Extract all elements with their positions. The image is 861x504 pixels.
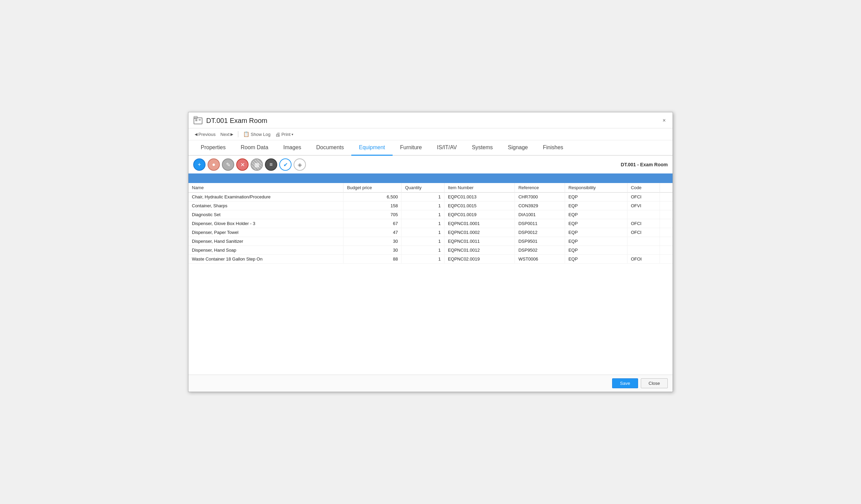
table-body: Chair, Hydraulic Examination/Procedure6,… xyxy=(189,193,672,263)
cell-name-6: Dispenser, Hand Soap xyxy=(189,246,343,255)
cell-budget_price-5: 30 xyxy=(343,237,401,246)
cell-budget_price-2: 705 xyxy=(343,210,401,219)
tab-furniture[interactable]: Furniture xyxy=(393,140,429,156)
save-button[interactable]: Save xyxy=(612,378,638,388)
action-icons-group: +●✎✕▦≡✔◈ xyxy=(193,159,306,171)
log-icon: 📋 xyxy=(243,131,249,137)
cell-reference-1: CON3929 xyxy=(515,202,565,210)
cell-extra-7 xyxy=(660,255,672,263)
app-icon xyxy=(193,116,203,125)
cell-responsibility-4: EQP xyxy=(565,228,627,237)
table-row[interactable]: Dispenser, Hand Soap301EQPNC01.0012DSP95… xyxy=(189,246,672,255)
tab-is-it-av[interactable]: IS/IT/AV xyxy=(429,140,464,156)
table-header: NameBudget priceQuantityItem NumberRefer… xyxy=(189,183,672,193)
previous-arrow-icon: ◀ xyxy=(195,132,197,137)
table-row[interactable]: Dispenser, Hand Sanitizer301EQPNC01.0011… xyxy=(189,237,672,246)
add-button[interactable]: + xyxy=(193,159,206,171)
edit-circle-icon: ● xyxy=(212,162,215,168)
tab-documents[interactable]: Documents xyxy=(309,140,351,156)
cell-reference-2: DIA1001 xyxy=(515,210,565,219)
cell-item_number-0: EQPC01.0013 xyxy=(444,193,515,202)
cell-quantity-3: 1 xyxy=(401,219,445,228)
close-button[interactable]: Close xyxy=(641,378,668,388)
cell-item_number-4: EQPNC01.0002 xyxy=(444,228,515,237)
cell-responsibility-5: EQP xyxy=(565,237,627,246)
cell-responsibility-2: EQP xyxy=(565,210,627,219)
tab-equipment[interactable]: Equipment xyxy=(351,140,393,156)
table-row[interactable]: Dispenser, Paper Towel471EQPNC01.0002DSP… xyxy=(189,228,672,237)
next-arrow-icon: ▶ xyxy=(230,132,233,137)
cell-extra-6 xyxy=(660,246,672,255)
table-row[interactable]: Waste Container 18 Gallon Step On881EQPN… xyxy=(189,255,672,263)
cell-code-2 xyxy=(627,210,659,219)
action-bar: +●✎✕▦≡✔◈ DT.001 - Exam Room xyxy=(189,156,672,174)
cell-extra-3 xyxy=(660,219,672,228)
table-row[interactable]: Dispenser, Glove Box Holder - 3671EQPNC0… xyxy=(189,219,672,228)
check-circle-button[interactable]: ✔ xyxy=(279,159,291,171)
title-left: DT.001 Exam Room xyxy=(193,116,267,125)
tabs-bar: PropertiesRoom DataImagesDocumentsEquipm… xyxy=(189,140,672,156)
table-row[interactable]: Container, Sharps1581EQPC01.0015CON3929E… xyxy=(189,202,672,210)
svg-rect-1 xyxy=(195,119,197,121)
cell-item_number-5: EQPNC01.0011 xyxy=(444,237,515,246)
tab-room-data[interactable]: Room Data xyxy=(233,140,276,156)
delete-button[interactable]: ✕ xyxy=(236,159,248,171)
table-row[interactable]: Chair, Hydraulic Examination/Procedure6,… xyxy=(189,193,672,202)
edit-circle-button[interactable]: ● xyxy=(208,159,220,171)
col-header-item_number: Item Number xyxy=(444,183,515,193)
cell-quantity-4: 1 xyxy=(401,228,445,237)
cell-name-1: Container, Sharps xyxy=(189,202,343,210)
tab-properties[interactable]: Properties xyxy=(193,140,233,156)
tab-systems[interactable]: Systems xyxy=(464,140,500,156)
print-button[interactable]: 🖨 Print ▾ xyxy=(274,131,295,138)
cell-budget_price-0: 6,500 xyxy=(343,193,401,202)
cell-quantity-0: 1 xyxy=(401,193,445,202)
col-header-name: Name xyxy=(189,183,343,193)
cell-quantity-6: 1 xyxy=(401,246,445,255)
cell-name-3: Dispenser, Glove Box Holder - 3 xyxy=(189,219,343,228)
tab-signage[interactable]: Signage xyxy=(501,140,536,156)
pattern-button[interactable]: ▦ xyxy=(250,159,263,171)
col-header-reference: Reference xyxy=(515,183,565,193)
next-button[interactable]: Next ▶ xyxy=(219,131,235,138)
room-label: DT.001 - Exam Room xyxy=(621,162,668,167)
cell-code-5 xyxy=(627,237,659,246)
box-3d-icon: ◈ xyxy=(298,162,302,168)
cell-code-6 xyxy=(627,246,659,255)
add-icon: + xyxy=(198,162,201,168)
pattern-icon: ▦ xyxy=(254,162,259,168)
toolbar: ◀ Previous Next ▶ 📋 Show Log 🖨 Print ▾ xyxy=(189,128,672,140)
cell-budget_price-7: 88 xyxy=(343,255,401,263)
delete-icon: ✕ xyxy=(240,162,245,168)
cell-quantity-5: 1 xyxy=(401,237,445,246)
cell-code-0: OFCI xyxy=(627,193,659,202)
show-log-button[interactable]: 📋 Show Log xyxy=(242,131,272,138)
tab-images[interactable]: Images xyxy=(276,140,309,156)
cell-name-0: Chair, Hydraulic Examination/Procedure xyxy=(189,193,343,202)
cell-name-7: Waste Container 18 Gallon Step On xyxy=(189,255,343,263)
cell-budget_price-6: 30 xyxy=(343,246,401,255)
col-header-extra xyxy=(660,183,672,193)
cell-responsibility-3: EQP xyxy=(565,219,627,228)
cell-budget_price-4: 47 xyxy=(343,228,401,237)
cell-responsibility-6: EQP xyxy=(565,246,627,255)
cell-code-4: OFCI xyxy=(627,228,659,237)
table-header-row: NameBudget priceQuantityItem NumberRefer… xyxy=(189,183,672,193)
cell-responsibility-1: EQP xyxy=(565,202,627,210)
box-3d-button[interactable]: ◈ xyxy=(293,159,306,171)
cell-responsibility-0: EQP xyxy=(565,193,627,202)
toolbar-sep-1 xyxy=(238,131,238,137)
tab-finishes[interactable]: Finishes xyxy=(535,140,571,156)
close-window-button[interactable]: × xyxy=(660,117,668,124)
pencil-icon: ✎ xyxy=(226,162,230,168)
svg-rect-2 xyxy=(199,119,201,121)
cell-reference-3: DSP0011 xyxy=(515,219,565,228)
cell-extra-1 xyxy=(660,202,672,210)
previous-button[interactable]: ◀ Previous xyxy=(193,131,217,138)
print-dropdown-arrow-icon: ▾ xyxy=(291,133,293,136)
equals-button[interactable]: ≡ xyxy=(265,159,277,171)
cell-code-7: OFOI xyxy=(627,255,659,263)
equipment-table: NameBudget priceQuantityItem NumberRefer… xyxy=(189,183,672,263)
pencil-button[interactable]: ✎ xyxy=(222,159,234,171)
table-row[interactable]: Diagnostic Set7051EQPC01.0019DIA1001EQP xyxy=(189,210,672,219)
